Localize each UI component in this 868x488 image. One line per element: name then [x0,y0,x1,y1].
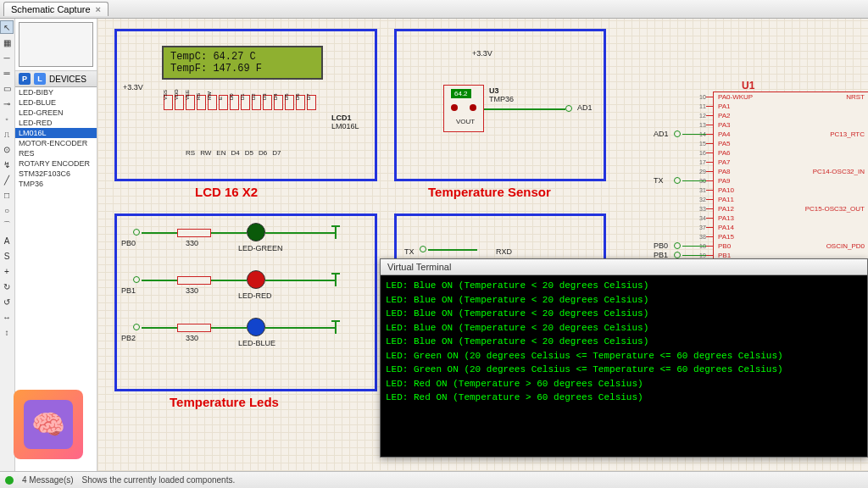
lcd-part: LM016L [331,122,359,130]
box-tool-icon[interactable]: □ [0,188,14,202]
generator-tool-icon[interactable]: ⊙ [0,142,14,156]
lcd-ref: LCD1 [331,114,352,122]
led-icon [247,270,265,289]
tx-label: TX [404,247,415,256]
leds-block [114,214,377,391]
plus-tool-icon[interactable]: + [0,264,14,278]
device-item[interactable]: STM32F103C6 [15,169,97,179]
component-tool-icon[interactable]: ▦ [0,36,14,49]
tab-schematic[interactable]: Schematic Capture × [3,2,108,16]
status-bar: 4 Message(s) Shows the currently loaded … [0,471,868,488]
terminal-line: LED: Green ON (20 degrees Celsius <= Tem… [386,363,862,377]
brain-icon: 🧠 [24,400,73,449]
mcu-ref: U1 [742,80,754,92]
terminal-tool-icon[interactable]: ⊸ [0,97,14,110]
res-value: 330 [186,239,198,247]
sensor-value: 64.2 [451,89,471,98]
led-net: PB1 [121,286,136,295]
terminal-line: LED: Blue ON (Temperature < 20 degrees C… [386,321,862,336]
arrow-tool-icon[interactable]: ↖ [0,20,14,34]
sensor-net: AD1 [577,103,593,112]
lcd-line2: TempF: 147.69 F [170,63,314,75]
sensor-body: 64.2 VOUT [443,85,484,132]
close-icon[interactable]: × [96,4,101,14]
sensor-vout: VOUT [456,118,475,125]
terminal-line: LED: Blue ON (Temperature < 20 degrees C… [386,293,862,308]
devices-label: DEVICES [49,75,86,84]
tab-label: Schematic Capture [11,4,91,14]
line-tool-icon[interactable]: ╱ [0,173,14,186]
terminal-title: Virtual Terminal [381,259,867,275]
message-count: 4 Message(s) [22,475,74,485]
sensor-part: TMP36 [489,95,514,103]
device-item[interactable]: MOTOR-ENCODER [15,138,97,148]
mcu-net: AD1 [654,130,669,138]
wire-tool-icon[interactable]: ─ [0,51,14,64]
lcd-screen: TempC: 64.27 C TempF: 147.69 F [162,46,323,80]
p-mode-button[interactable]: P [19,73,31,85]
pin-tool-icon[interactable]: ◦ [0,112,14,125]
rotate-cw-icon[interactable]: ↻ [0,280,14,293]
text-tool-icon[interactable]: A [0,234,14,247]
lcd-block-label: LCD 16 X2 [195,185,258,199]
graph-tool-icon[interactable]: ⎍ [0,127,14,141]
lcd-line1: TempC: 64.27 C [170,51,314,63]
mcu-net: PB0 [654,241,668,250]
devices-header: P L DEVICES [15,71,97,87]
arc-tool-icon[interactable]: ⌒ [0,219,14,232]
terminal-body: LED: Blue ON (Temperature < 20 degrees C… [381,275,867,408]
l-mode-button[interactable]: L [34,73,46,85]
subcircuit-tool-icon[interactable]: ▭ [0,81,14,95]
terminal-line: LED: Green ON (20 degrees Celsius <= Tem… [386,349,862,363]
rotate-ccw-icon[interactable]: ↺ [0,295,14,308]
lcd-voltage: +3.3V [123,83,143,92]
status-hint: Shows the currently loaded components. [82,475,236,485]
symbol-tool-icon[interactable]: S [0,249,14,263]
probe-tool-icon[interactable]: ↯ [0,158,14,171]
leds-block-label: Temperature Leds [170,395,279,409]
net-ad1 [565,105,572,112]
flip-h-icon[interactable]: ↔ [0,310,14,324]
sensor-ref: U3 [489,86,499,95]
uart-block [394,214,606,264]
bus-tool-icon[interactable]: ═ [0,66,14,80]
terminal-line: LED: Red ON (Temperature > 60 degrees Ce… [386,377,862,391]
device-item[interactable]: LED-GREEN [15,108,97,118]
flip-v-icon[interactable]: ↕ [0,325,14,339]
device-item[interactable]: ROTARY ENCODER [15,158,97,169]
device-item[interactable]: LM016L [15,128,97,138]
led-name: LED-GREEN [238,244,283,252]
device-item[interactable]: TMP36 [15,179,97,189]
virtual-terminal[interactable]: Virtual Terminal LED: Blue ON (Temperatu… [380,258,868,458]
res-value: 330 [186,286,198,295]
terminal-line: LED: Blue ON (Temperature < 20 degrees C… [386,307,862,321]
device-item[interactable]: LED-RED [15,118,97,128]
rxd-label: RXD [496,247,512,256]
sensor-block [394,29,606,181]
led-net: PB0 [121,239,136,247]
device-item[interactable]: RES [15,148,97,158]
tab-bar: Schematic Capture × [0,0,868,19]
led-icon [247,223,265,241]
brain-logo: 🧠 [14,390,83,459]
led-name: LED-BLUE [238,339,275,347]
circle-tool-icon[interactable]: ○ [0,203,14,217]
terminal-line: LED: Blue ON (Temperature < 20 degrees C… [386,279,862,293]
led-name: LED-RED [238,291,272,300]
terminal-line: LED: Blue ON (Temperature < 20 degrees C… [386,335,862,349]
mcu-net: TX [654,176,664,185]
res-value: 330 [186,334,198,342]
led-net: PB2 [121,334,136,342]
terminal-line: LED: Red ON (Temperature > 60 degrees Ce… [386,391,862,405]
sensor-block-label: Temperature Sensor [428,185,551,199]
device-item[interactable]: LED-BIBY [15,87,97,97]
led-icon [247,318,265,336]
sensor-voltage: +3.3V [472,49,492,58]
status-ok-icon [5,476,14,485]
preview-box [15,19,97,71]
device-item[interactable]: LED-BLUE [15,97,97,108]
